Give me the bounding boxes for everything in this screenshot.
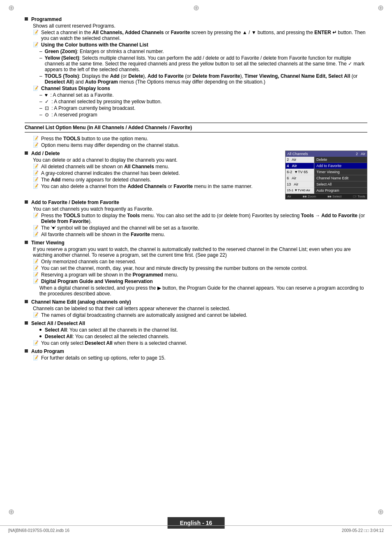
channel-list-option-title-bar: Channel List Option Menu (in All Channel… (25, 123, 367, 132)
timer-desc: If you reserve a program you want to wat… (33, 246, 367, 258)
add-delete-note3: 📝 The Add menu only appears for deleted … (33, 177, 281, 183)
timer-note2: 📝 You can set the channel, month, day, y… (33, 265, 367, 271)
timer-title: Timer Viewing (31, 240, 65, 246)
add-delete-note2: 📝 A gray-colored channel indicates the c… (33, 170, 281, 176)
digital-program-title: 📝 Digital Program Guide and Viewing Rese… (33, 279, 367, 284)
channel-list-option-title: Channel List Option Menu (in All Channel… (25, 125, 192, 130)
digital-program-desc: When a digital channel is selected, and … (39, 285, 367, 297)
bullet-dot-1 (39, 329, 42, 331)
add-delete-bullet (25, 151, 28, 155)
timer-note1: 📝 Only memorized channels can be reserve… (33, 259, 367, 265)
channel-status-note: 📝 Channel Status Display Icons (33, 86, 367, 91)
select-all-title: Select All / Deselect All (31, 320, 85, 326)
channel-list-note1: 📝 Press the TOOLS button to use the opti… (33, 136, 367, 142)
programmed-bullet (25, 17, 28, 21)
tv-screen: All Channels 2 Air 2 Air 4 Air 6-2 ▼TV 6… (285, 151, 367, 200)
tv-ui-image: All Channels 2 Air 2 Air 4 Air 6-2 ▼TV 6… (285, 151, 367, 200)
note-icon-1: 📝 (33, 30, 39, 35)
add-favorite-note1: 📝 Press the TOOLS button to display the … (33, 213, 367, 224)
tv-channel-row-selected: 4 Air (286, 163, 314, 169)
tv-menu-delete: Delete (314, 157, 367, 163)
programmed-desc: Shows all current reserved Programs. (33, 23, 367, 29)
bottom-right-crosshair: ⊕ (378, 507, 384, 516)
timer-viewing-section: Timer Viewing If you reserve a program y… (25, 240, 367, 297)
channel-name-bullet (25, 300, 28, 303)
tv-menu-select-all: Select All (314, 181, 367, 188)
auto-program-note1: 📝 For further details on setting up opti… (33, 355, 367, 361)
tv-menu: Delete Add to Favorite Timer Viewing Cha… (314, 157, 367, 194)
add-delete-title: Add / Delete (31, 151, 60, 156)
select-all-item1: Select All: You can select all the chann… (39, 327, 367, 333)
tv-menu-channel-name: Channel Name Edit (314, 175, 367, 181)
tv-menu-timer: Timer Viewing (314, 169, 367, 175)
programmed-title: Programmed (31, 16, 62, 22)
note-icon-3: 📝 (33, 86, 39, 91)
tv-menu-auto-program: Auto Program (314, 188, 367, 194)
tv-channel-row-2: 6-2 ▼TV 65 (286, 169, 314, 175)
add-delete-text: Add / Delete You can delete or add a cha… (25, 151, 281, 192)
select-all-note1: 📝 You can only select Deselect All when … (33, 340, 367, 346)
channel-list-note2: 📝 Option menu items may differ depending… (33, 142, 367, 148)
tv-header-label: All Channels (287, 152, 308, 156)
bottom-left-crosshair: ⊕ (8, 507, 14, 516)
yellow-item: – Yellow (Select): Selects multiple chan… (39, 55, 367, 72)
page-footer: [NA]BN68-01975S-00L02.indb 16 2009-05-22… (0, 525, 392, 533)
add-favorite-note3: 📝 All favorite channels will be shown in… (33, 232, 367, 237)
add-favorite-bullet (25, 200, 28, 204)
top-left-crosshair: ⊕ (8, 3, 14, 12)
tv-header: All Channels 2 Air (286, 151, 367, 157)
footer-right: 2009-05-22 □□ 3:04:12 (342, 528, 384, 533)
footer-left: [NA]BN68-01975S-00L02.indb 16 (8, 528, 69, 533)
add-favorite-title: Add to Favorite / Delete from Favorite (31, 200, 119, 205)
note-icon-5: 📝 (33, 142, 39, 148)
tv-channel-list: 2 Air 4 Air 6-2 ▼TV 65 6 Air 13 (286, 157, 314, 194)
add-to-favorite-section: Add to Favorite / Delete from Favorite Y… (25, 200, 367, 237)
top-center-crosshair: ⊕ (193, 3, 199, 12)
tv-channel-row-3: 6 Air (286, 175, 314, 181)
tv-footer: Air ■■ Zoom ■■ Select □↑ Tools (286, 194, 367, 199)
tv-body: 2 Air 4 Air 6-2 ▼TV 65 6 Air 13 (286, 157, 367, 194)
bullet-dot-2 (39, 335, 42, 337)
top-right-crosshair: ⊕ (378, 3, 384, 12)
green-item: – Green (Zoom): Enlarges or shrinks a ch… (39, 49, 367, 54)
icon-broadcast: – ⊡ : A Program currently being broadcas… (39, 105, 367, 111)
channel-name-title: Channel Name Edit (analog channels only) (31, 299, 131, 305)
add-delete-section: Add / Delete You can delete or add a cha… (25, 151, 367, 200)
add-delete-note1: 📝 All deleted channels will be shown on … (33, 164, 281, 169)
channel-name-note1: 📝 The names of digital broadcasting chan… (33, 312, 367, 318)
add-delete-note4: 📝 You can also delete a channel from the… (33, 183, 281, 189)
add-favorite-desc: You can set channels you watch frequentl… (33, 206, 367, 212)
note-icon-2: 📝 (33, 42, 39, 47)
icon-reserved: – ⊙ : A reserved program (39, 112, 367, 118)
tv-channel-row: 2 Air (286, 157, 314, 163)
icon-check: – ✓ : A channel selected by pressing the… (39, 99, 367, 104)
tv-channel-row-4: 13 Air (286, 181, 314, 188)
note-icon-4: 📝 (33, 136, 39, 141)
programmed-note1: 📝 Select a channel in the All Channels, … (33, 30, 367, 41)
color-buttons-note: 📝 Using the Color buttons with the Chann… (33, 42, 367, 48)
tools-item: – TOOLS (Tools): Displays the Add (or De… (39, 73, 367, 85)
select-all-bullet (25, 321, 28, 325)
tv-menu-add-favorite: Add to Favorite (314, 163, 367, 169)
tv-header-info: 2 Air (356, 152, 365, 156)
select-all-section: Select All / Deselect All Select All: Yo… (25, 320, 367, 346)
channel-name-desc: Channels can be labeled so that their ca… (33, 306, 367, 311)
auto-program-section: Auto Program 📝 For further details on se… (25, 348, 367, 361)
auto-program-bullet (25, 349, 28, 353)
timer-bullet (25, 241, 28, 244)
page-container: ⊕ ⊕ ⊕ ⊕ ⊕ Programmed Shows all current r… (0, 0, 392, 541)
add-delete-desc: You can delete or add a channel to displ… (33, 157, 281, 163)
select-all-item2: Deselect All: You can deselect all the s… (39, 334, 367, 339)
channel-name-edit-section: Channel Name Edit (analog channels only)… (25, 299, 367, 318)
timer-note3: 📝 Reserving a program will be shown in t… (33, 272, 367, 278)
auto-program-title: Auto Program (31, 348, 64, 354)
programmed-section: Programmed Shows all current reserved Pr… (25, 16, 367, 118)
add-favorite-note2: 📝 The '♥' symbol will be displayed and t… (33, 225, 367, 231)
tv-channel-row-5: 15-1 ▼TV40 Air (286, 188, 314, 193)
icon-heart: – ♥ : A channel set as a Favorite. (39, 92, 367, 98)
